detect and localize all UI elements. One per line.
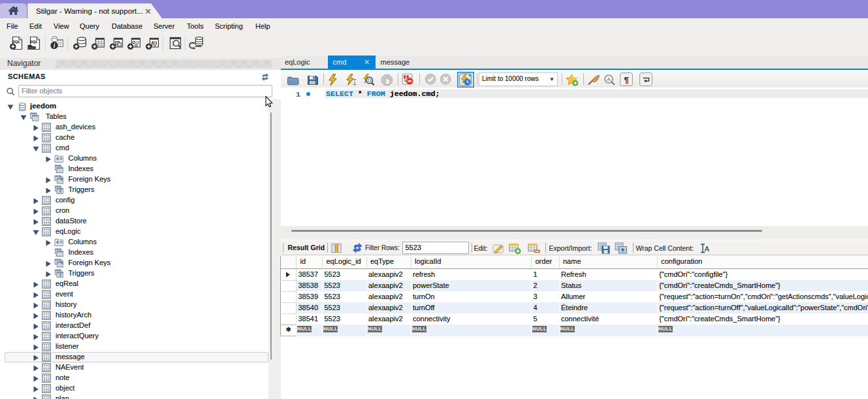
svg-text:¶: ¶: [624, 75, 628, 85]
svg-text:A: A: [607, 76, 611, 82]
svg-text:f(): f(): [151, 40, 157, 46]
svg-text:A: A: [704, 245, 709, 253]
svg-text:SQL: SQL: [12, 39, 21, 44]
svg-text:i: i: [54, 42, 56, 49]
svg-text:SQL: SQL: [30, 39, 39, 44]
